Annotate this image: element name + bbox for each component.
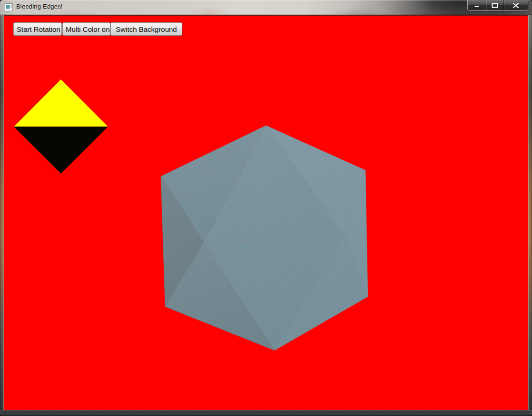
icosahedron-shape — [161, 126, 368, 350]
minimize-button[interactable] — [468, 0, 486, 10]
window-border-right — [528, 15, 532, 410]
multi-color-button[interactable]: Multi Color on/off — [62, 22, 110, 36]
window-title: Bleeding Edges! — [16, 3, 63, 10]
start-rotation-button[interactable]: Start Rotation — [13, 22, 62, 36]
maximize-button[interactable] — [486, 0, 503, 10]
gl-canvas[interactable]: Start Rotation Multi Color on/off Switch… — [4, 15, 528, 410]
app-icon[interactable] — [5, 3, 13, 11]
caption-button-group — [467, 0, 528, 11]
app-icon-glyph — [5, 3, 13, 11]
close-button[interactable] — [503, 0, 528, 10]
window-border-left — [0, 15, 4, 410]
maximize-icon — [492, 3, 498, 8]
scene-svg — [4, 16, 528, 410]
titlebar[interactable]: Bleeding Edges! — [0, 0, 532, 15]
diamond-bottom-half — [14, 127, 108, 174]
diamond-shape — [14, 79, 108, 174]
window-border-bottom — [0, 410, 532, 416]
toolbar: Start Rotation Multi Color on/off Switch… — [13, 22, 182, 36]
close-icon — [512, 3, 519, 8]
diamond-top-half — [14, 79, 108, 127]
app-window: Bleeding Edges! — [0, 0, 532, 416]
switch-background-button[interactable]: Switch Background — [110, 22, 182, 36]
minimize-icon — [474, 3, 480, 8]
